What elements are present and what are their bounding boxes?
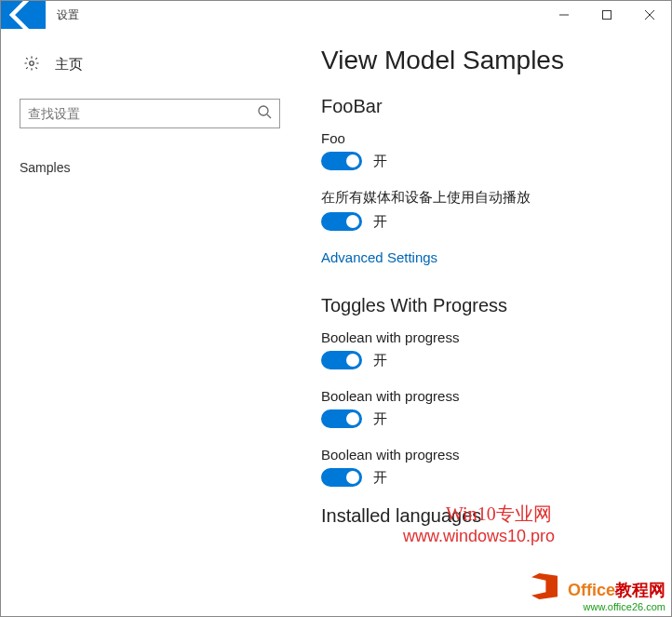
toggle-state: 开 <box>373 469 387 487</box>
section-foobar: FooBar <box>321 96 652 117</box>
svg-point-5 <box>259 106 268 115</box>
svg-line-6 <box>267 114 271 118</box>
back-button[interactable] <box>1 1 46 29</box>
advanced-settings-link[interactable]: Advanced Settings <box>321 249 437 265</box>
toggle-label: 在所有媒体和设备上使用自动播放 <box>321 189 652 207</box>
toggle-state: 开 <box>373 153 387 170</box>
minimize-button[interactable] <box>543 1 585 29</box>
sidebar: 主页 Samples <box>1 29 299 616</box>
toggle-label: Boolean with progress <box>321 329 652 345</box>
toggle-state: 开 <box>373 213 387 231</box>
main-content: View Model Samples FooBar Foo 开 在所有媒体和设备… <box>299 29 671 616</box>
toggle-label: Boolean with progress <box>321 447 652 463</box>
search-icon <box>257 104 272 123</box>
window-title: 设置 <box>46 1 543 29</box>
sidebar-item-samples[interactable]: Samples <box>20 154 280 181</box>
toggle-state: 开 <box>373 410 387 428</box>
toggle-bool-2[interactable] <box>321 409 362 428</box>
home-label: 主页 <box>55 56 83 74</box>
gear-icon <box>23 55 40 74</box>
toggle-foo[interactable] <box>321 152 362 170</box>
svg-point-4 <box>30 61 34 66</box>
toggle-state: 开 <box>373 352 387 369</box>
svg-rect-1 <box>603 11 612 20</box>
search-field[interactable] <box>28 106 257 121</box>
section-installed-languages: Installed languages <box>321 505 652 527</box>
search-input[interactable] <box>20 99 280 128</box>
toggle-bool-3[interactable] <box>321 468 362 487</box>
toggle-bool-1[interactable] <box>321 351 362 369</box>
maximize-button[interactable] <box>585 1 628 29</box>
toggle-label: Foo <box>321 130 652 146</box>
close-button[interactable] <box>628 1 671 29</box>
home-nav[interactable]: 主页 <box>20 49 280 80</box>
section-toggles-progress: Toggles With Progress <box>321 295 652 316</box>
toggle-autoplay[interactable] <box>321 212 362 231</box>
page-title: View Model Samples <box>321 46 652 75</box>
toggle-label: Boolean with progress <box>321 388 652 404</box>
